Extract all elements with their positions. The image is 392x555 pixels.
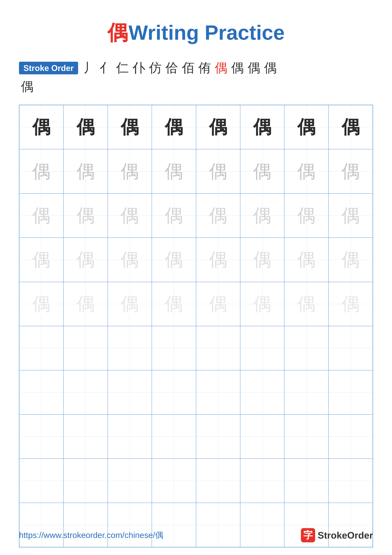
- grid-cell-r4-c2: 偶: [108, 282, 152, 326]
- grid-cell-r2-c6: 偶: [284, 193, 328, 238]
- stroke-order-chars: 丿 亻 仁 仆 仿 佮 佰 侑 偶 偶 偶 偶: [81, 59, 279, 77]
- grid-cell-r8-c5[interactable]: [240, 459, 284, 503]
- grid-char-r1-c6: 偶: [297, 162, 315, 181]
- grid-cell-r7-c0[interactable]: [19, 415, 64, 459]
- grid-cell-r1-c3: 偶: [152, 149, 196, 193]
- grid-char-r3-c0: 偶: [32, 251, 50, 269]
- grid-cell-r5-c4[interactable]: [196, 326, 240, 370]
- grid-cell-r0-c0: 偶: [19, 105, 64, 149]
- grid-cell-r0-c3: 偶: [152, 105, 196, 149]
- stroke-10: 偶: [231, 59, 244, 77]
- grid-char-r1-c0: 偶: [32, 162, 50, 181]
- title-english-text: Writing Practice: [128, 21, 285, 44]
- grid-cell-r3-c6: 偶: [284, 238, 328, 282]
- stroke-order-section: Stroke Order 丿 亻 仁 仆 仿 佮 佰 侑 偶 偶 偶 偶 偶: [19, 59, 373, 95]
- grid-char-r2-c1: 偶: [77, 206, 95, 225]
- grid-cell-r7-c4[interactable]: [196, 415, 240, 459]
- grid-char-r0-c5: 偶: [253, 118, 271, 136]
- writing-grid[interactable]: 偶偶偶偶偶偶偶偶偶偶偶偶偶偶偶偶偶偶偶偶偶偶偶偶偶偶偶偶偶偶偶偶偶偶偶偶偶偶偶偶: [19, 105, 373, 548]
- grid-cell-r8-c3[interactable]: [152, 459, 196, 503]
- grid-char-r0-c1: 偶: [77, 118, 95, 136]
- grid-cell-r7-c5[interactable]: [240, 415, 284, 459]
- grid-char-r4-c7: 偶: [342, 295, 360, 313]
- grid-cell-r2-c0: 偶: [19, 193, 64, 238]
- grid-cell-r8-c6[interactable]: [284, 459, 328, 503]
- grid-cell-r3-c0: 偶: [19, 238, 64, 282]
- grid-cell-r5-c1[interactable]: [64, 326, 107, 370]
- grid-cell-r8-c7[interactable]: [328, 459, 373, 503]
- grid-cell-r3-c4: 偶: [196, 238, 240, 282]
- grid-cell-r3-c3: 偶: [152, 238, 196, 282]
- stroke-11: 偶: [248, 59, 260, 77]
- grid-cell-r5-c2[interactable]: [108, 326, 152, 370]
- grid-cell-r2-c2: 偶: [108, 193, 152, 238]
- grid-cell-r0-c2: 偶: [108, 105, 152, 149]
- grid-cell-r3-c7: 偶: [328, 238, 373, 282]
- grid-cell-r0-c6: 偶: [284, 105, 328, 149]
- grid-cell-r2-c5: 偶: [240, 193, 284, 238]
- grid-char-r0-c4: 偶: [209, 118, 227, 136]
- grid-cell-r4-c1: 偶: [64, 282, 107, 326]
- grid-char-r4-c0: 偶: [32, 295, 50, 313]
- grid-char-r0-c2: 偶: [121, 118, 139, 136]
- grid-cell-r4-c5: 偶: [240, 282, 284, 326]
- grid-cell-r6-c7[interactable]: [328, 370, 373, 414]
- grid-cell-r4-c7: 偶: [328, 282, 373, 326]
- grid-cell-r3-c5: 偶: [240, 238, 284, 282]
- grid-cell-r6-c3[interactable]: [152, 370, 196, 414]
- grid-cell-r2-c4: 偶: [196, 193, 240, 238]
- grid-cell-r6-c0[interactable]: [19, 370, 64, 414]
- grid-cell-r3-c1: 偶: [64, 238, 107, 282]
- stroke-3: 仁: [116, 59, 129, 77]
- grid-char-r4-c3: 偶: [165, 295, 183, 313]
- grid-cell-r8-c4[interactable]: [196, 459, 240, 503]
- stroke-7: 佰: [182, 59, 194, 77]
- grid-cell-r5-c3[interactable]: [152, 326, 196, 370]
- grid-cell-r0-c4: 偶: [196, 105, 240, 149]
- grid-cell-r6-c5[interactable]: [240, 370, 284, 414]
- grid-char-r2-c7: 偶: [342, 206, 360, 225]
- grid-char-r0-c3: 偶: [165, 118, 183, 136]
- grid-cell-r5-c0[interactable]: [19, 326, 64, 370]
- grid-cell-r6-c1[interactable]: [64, 370, 107, 414]
- stroke-6: 佮: [165, 59, 178, 77]
- stroke-5: 仿: [149, 59, 162, 77]
- grid-cell-r7-c2[interactable]: [108, 415, 152, 459]
- grid-cell-r1-c1: 偶: [64, 149, 107, 193]
- grid-char-r4-c5: 偶: [253, 295, 271, 313]
- stroke-2: 亻: [100, 59, 112, 77]
- footer-logo: 字 StrokeOrder: [301, 528, 373, 542]
- grid-char-r4-c2: 偶: [121, 295, 139, 313]
- title-section: 偶 Writing Practice: [19, 19, 373, 47]
- grid-cell-r7-c3[interactable]: [152, 415, 196, 459]
- footer-logo-text: StrokeOrder: [318, 530, 373, 541]
- grid-cell-r5-c7[interactable]: [328, 326, 373, 370]
- grid-cell-r1-c7: 偶: [328, 149, 373, 193]
- grid-char-r4-c6: 偶: [297, 295, 315, 313]
- grid-cell-r8-c1[interactable]: [64, 459, 107, 503]
- grid-cell-r8-c0[interactable]: [19, 459, 64, 503]
- grid-char-r3-c5: 偶: [253, 251, 271, 269]
- grid-char-r1-c5: 偶: [253, 162, 271, 181]
- grid-cell-r5-c5[interactable]: [240, 326, 284, 370]
- grid-cell-r6-c2[interactable]: [108, 370, 152, 414]
- grid-cell-r7-c6[interactable]: [284, 415, 328, 459]
- grid-cell-r8-c2[interactable]: [108, 459, 152, 503]
- grid-cell-r2-c7: 偶: [328, 193, 373, 238]
- grid-char-r2-c4: 偶: [209, 206, 227, 225]
- grid-char-r2-c2: 偶: [121, 206, 139, 225]
- grid-cell-r4-c6: 偶: [284, 282, 328, 326]
- grid-cell-r4-c4: 偶: [196, 282, 240, 326]
- grid-cell-r7-c1[interactable]: [64, 415, 107, 459]
- grid-char-r3-c6: 偶: [297, 251, 315, 269]
- grid-cell-r6-c4[interactable]: [196, 370, 240, 414]
- grid-cell-r5-c6[interactable]: [284, 326, 328, 370]
- grid-char-r1-c3: 偶: [165, 162, 183, 181]
- grid-char-r1-c1: 偶: [77, 162, 95, 181]
- grid-cell-r0-c1: 偶: [64, 105, 107, 149]
- stroke-last-char: 偶: [21, 78, 371, 95]
- grid-cell-r7-c7[interactable]: [328, 415, 373, 459]
- grid-cell-r6-c6[interactable]: [284, 370, 328, 414]
- title-chinese-char: 偶: [107, 21, 128, 44]
- grid-char-r3-c7: 偶: [342, 251, 360, 269]
